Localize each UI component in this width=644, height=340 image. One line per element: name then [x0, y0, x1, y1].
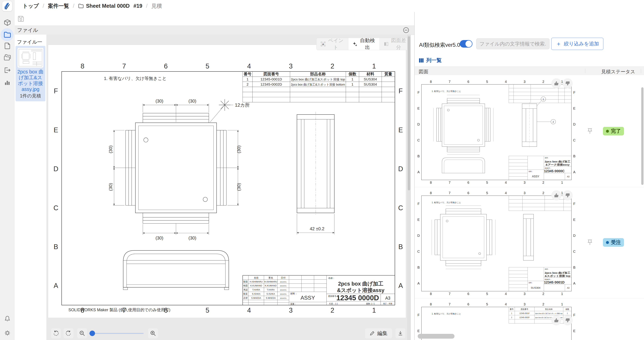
- svg-text:(30): (30): [156, 98, 163, 104]
- thumbs-up-button[interactable]: [552, 316, 561, 325]
- svg-text:4: 4: [505, 180, 507, 184]
- svg-text:C: C: [417, 250, 420, 253]
- thumbs-up-button[interactable]: [552, 190, 561, 200]
- pin-result-button[interactable]: [586, 238, 593, 246]
- zoom-in-button[interactable]: [148, 328, 158, 338]
- auto-detect-tool-button[interactable]: 自動検出: [348, 38, 380, 50]
- nav-rail: [0, 0, 15, 340]
- svg-text:E: E: [417, 329, 420, 333]
- folder-icon: [78, 3, 84, 9]
- status-badge: 完了: [603, 127, 624, 136]
- svg-text:2: 2: [542, 180, 544, 184]
- svg-text:A: A: [398, 282, 403, 289]
- sidebar-item-export[interactable]: [3, 66, 12, 75]
- results-column-header: 図面 見積ステータス: [414, 66, 644, 76]
- svg-text:E: E: [398, 126, 403, 134]
- zoom-out-button[interactable]: [77, 328, 87, 338]
- svg-text:B: B: [398, 243, 403, 250]
- ai-search-label: AI類似検索ver5.0: [419, 42, 460, 48]
- mini-side-view: [522, 102, 537, 148]
- ai-search-toggle[interactable]: [460, 40, 472, 48]
- svg-text:1: 1: [561, 302, 563, 306]
- breadcrumb-home[interactable]: トップ: [22, 2, 39, 10]
- collapse-file-panel-button[interactable]: [403, 27, 410, 34]
- edit-button[interactable]: 編集: [365, 328, 392, 338]
- result-row[interactable]: 8877665544332211FFEEDDCCBBAA 1. 有害なバリ、欠け…: [414, 187, 644, 298]
- results-scrollbar[interactable]: [641, 87, 644, 185]
- svg-text:42 ±0.2: 42 ±0.2: [310, 226, 324, 231]
- column-drawing[interactable]: 図面: [419, 68, 428, 75]
- svg-text:1: 1: [352, 82, 354, 86]
- sidebar-item-files[interactable]: [3, 30, 12, 40]
- svg-text:12345-0001F: 12345-0001F: [520, 312, 530, 314]
- svg-text:1: 1: [372, 62, 376, 70]
- column-list-button[interactable]: 列一覧: [419, 57, 442, 64]
- svg-text:1: 1: [352, 77, 354, 81]
- text-search-input[interactable]: [476, 38, 550, 49]
- svg-text:4: 4: [505, 292, 507, 296]
- breadcrumb-project[interactable]: Sheet Metal 000D: [78, 3, 130, 9]
- svg-text:改訂：初版: 改訂：初版: [383, 302, 392, 304]
- svg-text:2: 2: [246, 82, 248, 86]
- app-logo[interactable]: [2, 1, 12, 11]
- svg-text:A: A: [417, 170, 420, 174]
- save-icon: [17, 15, 25, 23]
- sidebar-item-projects[interactable]: [3, 53, 12, 62]
- sidebar-item-3d-model[interactable]: [3, 18, 12, 27]
- svg-text:(30): (30): [236, 183, 241, 191]
- svg-text:B: B: [573, 266, 575, 269]
- thumbs-up-button[interactable]: [552, 78, 561, 88]
- drawing-sheet[interactable]: 8877665544332211FFEEDDCCBBAA 1. 有害なバリ、欠け…: [48, 45, 406, 318]
- zoom-slider-thumb[interactable]: [90, 330, 95, 336]
- results-horizontal-scrollbar[interactable]: [418, 334, 454, 339]
- result-drawing-thumbnail[interactable]: 8877665544332211FFEEDDCCBBAA 1. 有害なバリ、欠け…: [416, 77, 576, 186]
- pin-result-button[interactable]: [586, 127, 593, 135]
- balloon-callouts: 1 2: [537, 97, 556, 124]
- svg-text:製図: 製図: [243, 280, 248, 283]
- rotate-left-button[interactable]: [51, 328, 61, 338]
- side-view: [297, 112, 334, 216]
- download-button[interactable]: [396, 328, 405, 338]
- svg-text:品管: 品管: [243, 297, 248, 299]
- zoom-slider[interactable]: [89, 328, 144, 338]
- file-card-selected[interactable]: 2pcs box 曲げ加工&スポット溶接 assy.jpg 1件の見積: [16, 46, 45, 101]
- svg-text:F: F: [418, 90, 420, 94]
- search-row: AI類似検索ver5.0 ＋ 絞り込みを追加: [414, 34, 644, 55]
- svg-text:5: 5: [486, 292, 488, 296]
- thumbs-down-button[interactable]: [563, 316, 572, 325]
- save-button[interactable]: [17, 15, 25, 23]
- settings-button[interactable]: [3, 328, 12, 338]
- zoom-slider-track[interactable]: [89, 333, 144, 334]
- svg-text:A3: A3: [567, 176, 570, 178]
- viewer-scrollbar[interactable]: [407, 34, 411, 340]
- rotate-right-button[interactable]: [64, 328, 74, 338]
- notifications-button[interactable]: [3, 314, 12, 324]
- svg-text:F: F: [418, 202, 420, 206]
- svg-text:6: 6: [164, 62, 168, 70]
- front-view: [123, 250, 229, 290]
- result-row[interactable]: 8877665544332211FFEEDDCCBBAA 1. 有害なバリ、欠け…: [414, 76, 644, 187]
- spot-weld-callout: 12カ所: [210, 99, 250, 122]
- svg-text:3: 3: [524, 180, 526, 184]
- sidebar-item-analytics[interactable]: [3, 78, 12, 87]
- column-status[interactable]: 見積ステータス: [601, 68, 635, 75]
- viewer-scrollbar-thumb[interactable]: [408, 36, 410, 190]
- drawing-diff-tool-button[interactable]: 図面差分: [380, 38, 411, 50]
- bar-chart-icon: [4, 79, 11, 86]
- sidebar-item-documents[interactable]: [3, 41, 12, 50]
- result-drawing-thumbnail[interactable]: 8877665544332211FFEEDDCCBBAA 1. 有害なバリ、欠け…: [416, 188, 576, 297]
- thumbs-down-button[interactable]: [563, 190, 572, 200]
- add-filter-button[interactable]: ＋ 絞り込みを追加: [551, 38, 604, 50]
- paint-tool-button[interactable]: A ペイント: [316, 38, 348, 50]
- svg-text:(30): (30): [108, 145, 113, 153]
- thumbs-down-button[interactable]: [563, 78, 572, 88]
- breadcrumb-cases[interactable]: 案件一覧: [48, 2, 69, 10]
- toggle-knob: [466, 40, 472, 47]
- svg-text:2pcs box 曲げ加工: 2pcs box 曲げ加工: [545, 271, 570, 274]
- solidworks-footnote: SOLIDWORKS Maker 製品 (個人使用目的でのみ使用可): [68, 308, 170, 312]
- svg-text:D: D: [573, 234, 576, 238]
- svg-text:図面番号：: 図面番号：: [545, 168, 552, 169]
- svg-text:8: 8: [430, 80, 432, 84]
- svg-text:&スポット溶接 top: &スポット溶接 top: [545, 274, 570, 277]
- bell-icon: [4, 315, 11, 323]
